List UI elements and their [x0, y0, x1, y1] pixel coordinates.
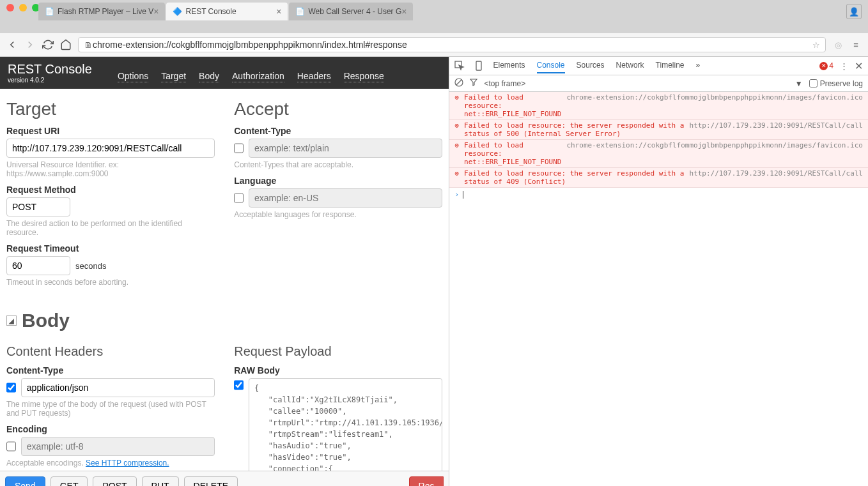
log-message: Failed to load resource: net::ERR_FILE_N… [464, 93, 561, 118]
close-icon[interactable]: ✕ [855, 60, 863, 72]
collapse-icon[interactable]: ◢ [6, 315, 17, 326]
devtools-pane: Elements Console Sources Network Timelin… [449, 57, 868, 486]
nav-authorization[interactable]: Authorization [232, 71, 284, 82]
tab-title: Web Call Server 4 - User G [308, 7, 401, 16]
body-ct-input[interactable] [21, 378, 215, 397]
devtools-menu-icon[interactable]: ⋮ [840, 61, 848, 71]
close-icon[interactable]: × [153, 6, 159, 17]
accept-ct-input[interactable] [249, 139, 442, 158]
http-compression-link[interactable]: See HTTP compression. [86, 459, 169, 467]
nav-response[interactable]: Response [344, 71, 384, 82]
tab-console[interactable]: Console [537, 58, 565, 73]
log-message: Failed to load resource: the server resp… [464, 169, 684, 186]
body-section-title: ◢ Body [6, 310, 442, 331]
profile-button[interactable]: 👤 [846, 4, 862, 19]
timeout-label: Request Timeout [6, 243, 215, 254]
nav-body[interactable]: Body [199, 71, 219, 82]
reset-button[interactable]: Res [409, 476, 444, 486]
inspect-icon[interactable] [454, 61, 465, 71]
error-icon: ⊗ [454, 169, 459, 186]
tab-network[interactable]: Network [616, 58, 644, 73]
tab-title: REST Console [185, 7, 236, 16]
filter-icon[interactable] [470, 79, 477, 88]
log-source[interactable]: chrome-extension://cokgbflfommojglbmbpen… [561, 141, 863, 166]
raw-body-textarea[interactable]: { "callId":"Xg2tILcX89tTjaii", "callee":… [249, 378, 442, 486]
body-enc-label: Encoding [6, 424, 215, 434]
close-window-button[interactable] [6, 4, 14, 11]
delete-button[interactable]: DELETE [184, 476, 238, 486]
devtools-header: Elements Console Sources Network Timelin… [449, 57, 868, 75]
log-message: Failed to load resource: net::ERR_FILE_N… [464, 141, 561, 166]
browser-tab[interactable]: 🔷 REST Console × [166, 3, 288, 20]
console-error-row[interactable]: ⊗Failed to load resource: net::ERR_FILE_… [449, 140, 868, 168]
request-method-input[interactable] [6, 197, 70, 216]
error-icon: ⊗ [454, 93, 459, 118]
get-button[interactable]: GET [50, 476, 88, 486]
clear-console-icon[interactable] [454, 78, 463, 89]
log-source[interactable]: chrome-extension://cokgbflfommojglbmbpen… [561, 93, 863, 118]
body-enc-checkbox[interactable] [6, 441, 16, 452]
chevron-right-icon: › [454, 190, 459, 199]
nav-headers[interactable]: Headers [297, 71, 331, 82]
app-title: REST Console [8, 62, 92, 77]
frame-select[interactable]: <top frame> [484, 79, 525, 88]
device-icon[interactable] [474, 61, 484, 71]
back-button[interactable] [6, 39, 18, 50]
error-count-badge[interactable]: ✕ 4 [819, 61, 833, 70]
close-icon[interactable]: × [401, 6, 407, 17]
log-source[interactable]: http://107.179.239.120:9091/RESTCall/cal… [684, 169, 863, 186]
chevron-down-icon[interactable]: ▼ [795, 79, 803, 88]
browser-tab[interactable]: 📄 Flash RTMP Player – Live V × [38, 3, 165, 20]
accept-lang-input[interactable] [249, 188, 442, 208]
log-source[interactable]: http://107.179.239.120:9091/RESTCall/cal… [684, 121, 863, 138]
put-button[interactable]: PUT [142, 476, 179, 486]
menu-button[interactable]: ≡ [850, 39, 862, 50]
tab-more[interactable]: » [695, 58, 700, 73]
console-error-row[interactable]: ⊗Failed to load resource: the server res… [449, 168, 868, 188]
tab-title: Flash RTMP Player – Live V [58, 7, 153, 16]
body-enc-input[interactable] [21, 437, 215, 456]
rest-console-pane: REST Console version 4.0.2 Options Targe… [0, 57, 449, 486]
request-payload-title: Request Payload [234, 344, 442, 359]
console-error-row[interactable]: ⊗Failed to load resource: the server res… [449, 120, 868, 140]
bookmark-icon[interactable]: ☆ [812, 40, 820, 50]
browser-tab[interactable]: 📄 Web Call Server 4 - User G × [289, 3, 413, 20]
forward-button[interactable] [24, 39, 36, 50]
accept-ct-label: Content-Type [234, 126, 442, 136]
tab-sources[interactable]: Sources [577, 58, 605, 73]
raw-body-checkbox[interactable] [234, 380, 244, 390]
close-icon[interactable]: × [276, 6, 281, 17]
tab-elements[interactable]: Elements [493, 58, 525, 73]
nav-target[interactable]: Target [161, 71, 186, 82]
console-prompt[interactable]: › [449, 188, 868, 201]
post-button[interactable]: POST [93, 476, 136, 486]
accept-lang-label: Language [234, 176, 442, 186]
tab-timeline[interactable]: Timeline [656, 58, 685, 73]
cursor [463, 191, 463, 199]
minimize-window-button[interactable] [19, 4, 27, 11]
extension-icon[interactable]: ◎ [832, 39, 844, 50]
accept-lang-help: Acceptable languages for response. [234, 210, 442, 219]
reload-button[interactable] [42, 39, 54, 50]
body-ct-help: The mime type of the body of the request… [6, 400, 215, 418]
nav-options[interactable]: Options [118, 71, 148, 82]
method-help: The desired action to be performed on th… [6, 219, 215, 237]
console-error-row[interactable]: ⊗Failed to load resource: net::ERR_FILE_… [449, 92, 868, 120]
accept-lang-checkbox[interactable] [234, 193, 244, 203]
request-uri-input[interactable] [6, 139, 215, 158]
preserve-log-label: Preserve log [820, 79, 863, 88]
uri-help: Universal Resource Identifier. ex: https… [6, 160, 215, 178]
address-bar[interactable]: 🗎 chrome-extension://cokgbflfommojglbmbp… [78, 37, 826, 52]
request-timeout-input[interactable] [6, 256, 70, 275]
home-button[interactable] [60, 39, 72, 50]
send-button[interactable]: Send [5, 476, 45, 486]
svg-rect-1 [476, 61, 481, 70]
preserve-log-checkbox[interactable] [809, 79, 818, 87]
browser-chrome: 📄 Flash RTMP Player – Live V × 🔷 REST Co… [0, 0, 868, 57]
extension-icon: 🔷 [173, 7, 182, 16]
app-header: REST Console version 4.0.2 Options Targe… [0, 57, 449, 89]
preserve-log-toggle[interactable]: Preserve log [809, 79, 863, 88]
accept-ct-checkbox[interactable] [234, 143, 244, 153]
body-ct-checkbox[interactable] [6, 383, 16, 393]
app-nav: Options Target Body Authorization Header… [118, 71, 384, 84]
